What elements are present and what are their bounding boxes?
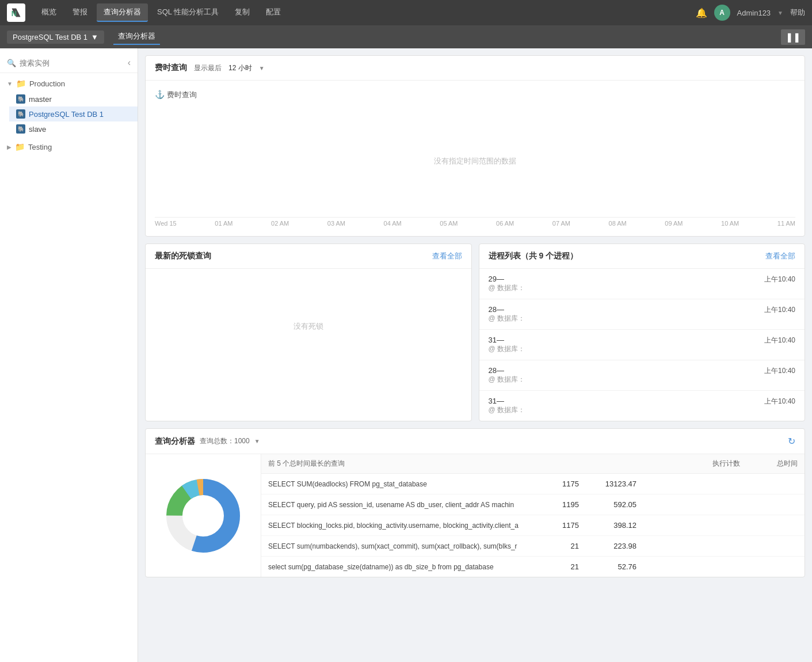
costly-query-header: 费时查询 显示最后 12 小时 ▼ bbox=[146, 56, 805, 81]
process-db: @ 数据库： bbox=[489, 344, 525, 354]
query-time: 52.76 bbox=[579, 562, 636, 571]
tree-item-master[interactable]: 🐘 master bbox=[9, 92, 138, 106]
nav-alerts[interactable]: 警报 bbox=[66, 3, 94, 22]
process-db: @ 数据库： bbox=[489, 405, 525, 415]
help-link[interactable]: 帮助 bbox=[790, 7, 805, 18]
query-row[interactable]: SELECT blocking_locks.pid, blocking_acti… bbox=[261, 515, 805, 536]
deadlock-view-all-button[interactable]: 查看全部 bbox=[432, 251, 462, 261]
process-id: 29— bbox=[489, 275, 525, 283]
tree-group-testing-header[interactable]: ▶ 📁 Testing bbox=[0, 139, 138, 155]
process-id: 31— bbox=[489, 336, 525, 344]
slave-db-icon: 🐘 bbox=[16, 124, 25, 134]
tree-group-production-header[interactable]: ▼ 📁 Production bbox=[0, 75, 138, 92]
nav-sql-perf[interactable]: SQL 性能分析工具 bbox=[150, 3, 226, 22]
nav-overview[interactable]: 概览 bbox=[35, 3, 63, 22]
production-expand-arrow: ▼ bbox=[7, 81, 13, 87]
pg-test-db1-label: PostgreSQL Test DB 1 bbox=[29, 110, 104, 119]
process-db: @ 数据库： bbox=[489, 375, 525, 385]
sidebar: 🔍 ‹ ▼ 📁 Production 🐘 master 🐘 PostgreSQL… bbox=[0, 48, 138, 662]
tab-query-analyzer[interactable]: 查询分析器 bbox=[113, 29, 160, 45]
process-id: 28— bbox=[489, 366, 525, 375]
count-col-header: 执行计数 bbox=[683, 459, 740, 469]
production-folder-icon: 📁 bbox=[16, 79, 26, 88]
deadlock-empty-text: 没有死锁 bbox=[146, 269, 471, 384]
bell-icon[interactable]: 🔔 bbox=[696, 7, 707, 18]
query-text: SELECT sum(numbackends), sum(xact_commit… bbox=[268, 542, 521, 550]
process-db: @ 数据库： bbox=[489, 283, 525, 293]
process-list-view-all-button[interactable]: 查看全部 bbox=[765, 251, 795, 261]
tree-item-pg-test-db1[interactable]: 🐘 PostgreSQL Test DB 1 bbox=[9, 106, 138, 121]
process-time: 上午10:40 bbox=[764, 305, 795, 315]
query-rows: SELECT SUM(deadlocks) FROM pg_stat_datab… bbox=[261, 474, 805, 577]
query-analyzer-card: 查询分析器 查询总数：1000 ▼ ↻ bbox=[145, 428, 805, 577]
query-time: 13123.47 bbox=[579, 480, 636, 488]
main-layout: 🔍 ‹ ▼ 📁 Production 🐘 master 🐘 PostgreSQL… bbox=[0, 48, 812, 662]
process-id: 28— bbox=[489, 305, 525, 314]
query-analyzer-title: 查询分析器 bbox=[155, 436, 195, 447]
testing-folder-icon: 📁 bbox=[15, 142, 25, 151]
db-dropdown-icon: ▼ bbox=[91, 33, 98, 41]
search-input[interactable] bbox=[20, 59, 124, 67]
svg-text:N: N bbox=[12, 9, 17, 18]
master-label: master bbox=[29, 95, 52, 104]
username-dropdown-icon[interactable]: ▼ bbox=[777, 10, 783, 16]
sub-nav-right: ❚❚ bbox=[781, 29, 805, 45]
db-selector[interactable]: PostgreSQL Test DB 1 ▼ bbox=[7, 31, 104, 44]
time-col-header: 总时间 bbox=[740, 459, 798, 469]
query-count: 21 bbox=[521, 562, 579, 571]
refresh-button[interactable]: ↻ bbox=[788, 436, 795, 447]
query-row[interactable]: SELECT sum(numbackends), sum(xact_commit… bbox=[261, 536, 805, 557]
deadlock-title: 最新的死锁查询 bbox=[155, 251, 211, 261]
sub-nav: PostgreSQL Test DB 1 ▼ 查询分析器 ❚❚ bbox=[0, 25, 812, 48]
nav-config[interactable]: 配置 bbox=[259, 3, 288, 22]
app-logo: N bbox=[7, 3, 25, 22]
testing-expand-arrow: ▶ bbox=[7, 144, 12, 150]
time-range-dropdown-icon[interactable]: ▼ bbox=[259, 65, 265, 71]
process-list-card: 进程列表（共 9 个进程） 查看全部 29— @ 数据库： 上午10:40 28… bbox=[479, 244, 806, 421]
process-item[interactable]: 28— @ 数据库： 上午10:40 bbox=[479, 360, 805, 391]
pg-test-db1-icon: 🐘 bbox=[16, 109, 25, 119]
query-count: 1175 bbox=[521, 521, 579, 530]
username-label[interactable]: Admin123 bbox=[737, 9, 771, 17]
process-item[interactable]: 31— @ 数据库： 上午10:40 bbox=[479, 330, 805, 360]
process-item[interactable]: 29— @ 数据库： 上午10:40 bbox=[479, 269, 805, 299]
svg-point-7 bbox=[184, 496, 223, 535]
query-analyzer-body: 前 5 个总时间最长的查询 执行计数 总时间 SELECT SUM(deadlo… bbox=[146, 454, 805, 577]
query-text: select sum(pg_database_size(datname)) as… bbox=[268, 563, 521, 571]
query-count-dropdown-icon[interactable]: ▼ bbox=[254, 438, 260, 444]
top-nav: N 概览 警报 查询分析器 SQL 性能分析工具 复制 配置 🔔 A Admin… bbox=[0, 0, 812, 25]
nav-query-analyzer[interactable]: 查询分析器 bbox=[97, 3, 148, 22]
donut-chart bbox=[163, 475, 243, 556]
time-range-label: 12 小时 bbox=[228, 63, 252, 73]
process-item[interactable]: 28— @ 数据库： 上午10:40 bbox=[479, 299, 805, 330]
query-row[interactable]: select sum(pg_database_size(datname)) as… bbox=[261, 557, 805, 577]
process-list-title: 进程列表（共 9 个进程） bbox=[489, 251, 578, 261]
process-item[interactable]: 31— @ 数据库： 上午10:40 bbox=[479, 391, 805, 421]
query-count: 1175 bbox=[521, 480, 579, 488]
db-selector-label: PostgreSQL Test DB 1 bbox=[13, 33, 87, 41]
costly-query-card: 费时查询 显示最后 12 小时 ▼ ⚓ 费时查询 没有指定时间范围的数据 Wed… bbox=[145, 55, 805, 237]
costly-query-body: ⚓ 费时查询 没有指定时间范围的数据 Wed 15 01 AM 02 AM 03… bbox=[146, 81, 805, 236]
query-row[interactable]: SELECT query, pid AS session_id, usename… bbox=[261, 494, 805, 515]
show-last-label: 显示最后 bbox=[194, 63, 222, 73]
process-time: 上午10:40 bbox=[764, 397, 795, 406]
query-count-label: 查询总数：1000 bbox=[200, 436, 250, 446]
query-text: SELECT blocking_locks.pid, blocking_acti… bbox=[268, 522, 521, 530]
costly-query-chart: ⚓ 费时查询 没有指定时间范围的数据 Wed 15 01 AM 02 AM 03… bbox=[146, 81, 805, 236]
tree-item-slave[interactable]: 🐘 slave bbox=[9, 121, 138, 136]
deadlock-card: 最新的死锁查询 查看全部 没有死锁 bbox=[145, 244, 472, 421]
query-time: 592.05 bbox=[579, 500, 636, 509]
process-time: 上午10:40 bbox=[764, 366, 795, 376]
sidebar-back-button[interactable]: ‹ bbox=[128, 58, 131, 68]
collapse-button[interactable]: ❚❚ bbox=[781, 29, 805, 45]
master-db-icon: 🐘 bbox=[16, 94, 25, 104]
query-table-header: 前 5 个总时间最长的查询 执行计数 总时间 bbox=[261, 454, 805, 474]
nav-replication[interactable]: 复制 bbox=[228, 3, 257, 22]
query-table: 前 5 个总时间最长的查询 执行计数 总时间 SELECT SUM(deadlo… bbox=[261, 454, 805, 577]
donut-chart-container bbox=[146, 454, 261, 577]
query-row[interactable]: SELECT SUM(deadlocks) FROM pg_stat_datab… bbox=[261, 474, 805, 494]
query-count: 1195 bbox=[521, 500, 579, 509]
query-analyzer-header: 查询分析器 查询总数：1000 ▼ ↻ bbox=[146, 429, 805, 454]
chart-label: ⚓ 费时查询 bbox=[155, 90, 795, 100]
testing-label: Testing bbox=[28, 143, 52, 151]
